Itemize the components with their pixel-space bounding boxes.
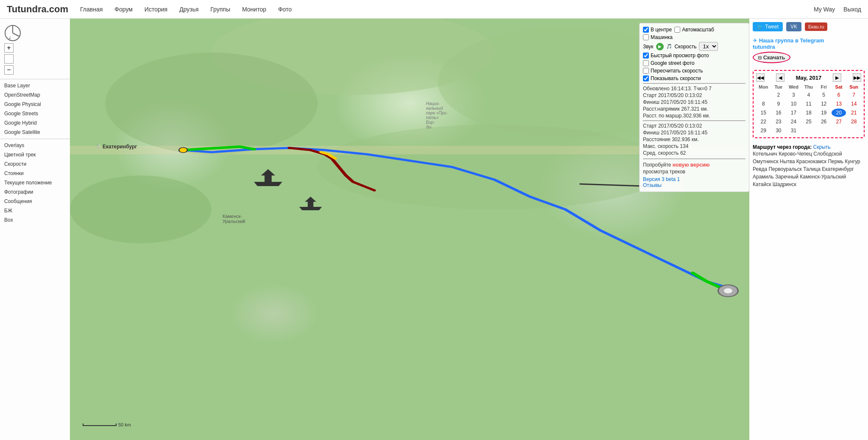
cal-day[interactable]: 27	[832, 117, 846, 126]
cal-day[interactable]: 22	[756, 117, 771, 126]
cal-day[interactable]: 4	[801, 91, 816, 99]
svg-line-14	[579, 184, 643, 186]
sidebar-divider-1	[0, 79, 70, 79]
reviews-link[interactable]: Отзывы	[643, 182, 662, 188]
showspeed-checkbox[interactable]	[643, 75, 649, 81]
route-hide-link[interactable]: Скрыть	[813, 144, 831, 150]
center-checkbox[interactable]	[643, 27, 649, 33]
quickphoto-checkbox[interactable]	[643, 53, 649, 58]
cal-day[interactable]: 11	[801, 100, 816, 108]
machine-checkbox[interactable]	[643, 34, 649, 40]
cal-head-fri: Fri	[816, 84, 831, 90]
nav-friends[interactable]: Друзья	[179, 6, 198, 13]
cal-day[interactable]: 29	[756, 126, 771, 135]
cal-day[interactable]: 30	[771, 126, 786, 135]
sidebar-item-bzh[interactable]: БЖ	[0, 206, 70, 215]
cal-day[interactable]: 13	[832, 100, 846, 108]
vk-button[interactable]: VK	[786, 22, 801, 31]
cal-day[interactable]: 6	[832, 91, 846, 99]
cal-day[interactable]: 28	[846, 117, 861, 126]
quickphoto-label[interactable]: Быстрый просмотр фото	[643, 53, 709, 58]
sidebar-item-stops[interactable]: Стоянки	[0, 169, 70, 178]
nav-myway[interactable]: My Way	[814, 6, 835, 13]
telegram-prefix: ✈ Наша группа в Telegram	[753, 37, 865, 44]
cal-day[interactable]: 23	[771, 117, 786, 126]
sidebar-item-current-pos[interactable]: Текущее положение	[0, 178, 70, 187]
googlestreet-checkbox[interactable]	[643, 60, 649, 66]
new-version-link[interactable]: новую версию	[673, 162, 709, 168]
sidebar-item-google-physical[interactable]: Google Physical	[0, 100, 70, 109]
cal-day[interactable]: 31	[786, 126, 801, 135]
cal-day[interactable]: 21	[846, 109, 861, 117]
ekb-button[interactable]: Екau.ru	[805, 22, 827, 31]
cal-day[interactable]: 20	[832, 109, 846, 117]
nav-glavnaya[interactable]: Главная	[80, 6, 103, 13]
recalc-label[interactable]: Пересчитать скорость	[643, 68, 703, 74]
recalc-checkbox[interactable]	[643, 68, 649, 74]
tweet-button[interactable]: 🐦 Tweet	[753, 22, 783, 31]
label-natpark: Нацио-нальныйпарк «При-пять»Бор-ды	[426, 101, 448, 129]
nav-groups[interactable]: Группы	[211, 6, 231, 13]
map-wrapper[interactable]: 🍴Екатеринбург Каменск-Уральский Нацио-на…	[70, 19, 749, 440]
automascale-checkbox[interactable]	[674, 27, 680, 33]
right-nav: My Way Выход	[814, 6, 861, 13]
sidebar-item-color-track[interactable]: Цветной трек	[0, 150, 70, 159]
cal-day[interactable]: 19	[816, 109, 831, 117]
telegram-link[interactable]: Наша группа в Telegram	[759, 37, 824, 44]
cal-prev-button[interactable]: ◀	[776, 73, 785, 82]
cal-day[interactable]: 16	[771, 109, 786, 117]
sidebar-item-google-satellite[interactable]: Google Satellite	[0, 128, 70, 137]
cal-day[interactable]: 5	[816, 91, 831, 99]
cal-day[interactable]: 2	[771, 91, 786, 99]
cal-next-button[interactable]: ▶	[833, 73, 841, 82]
download-button[interactable]: ⊟ Скачать	[753, 52, 790, 63]
sidebar-item-messages[interactable]: Сообщения	[0, 197, 70, 206]
sidebar-item-base-layer[interactable]: Base Layer	[0, 81, 70, 90]
cal-day[interactable]: 18	[801, 109, 816, 117]
distance-info: Расстояние 302.936 км.	[643, 136, 746, 142]
cal-prev-prev-button[interactable]: ◀◀	[756, 73, 765, 82]
googlestreet-row: Google street фото	[643, 60, 746, 66]
version-link[interactable]: Версия 3 beta 1	[643, 176, 680, 182]
nav-forum[interactable]: Форум	[114, 6, 133, 13]
cal-day	[832, 126, 846, 135]
cal-day[interactable]: 10	[786, 100, 801, 108]
play-button[interactable]: ▶	[656, 43, 664, 50]
nav-photo[interactable]: Фото	[278, 6, 292, 13]
nav-monitor[interactable]: Монитор	[242, 6, 266, 13]
sidebar-item-openstreetmap[interactable]: OpenStreetMap	[0, 90, 70, 100]
sidebar-item-speeds[interactable]: Скорости	[0, 159, 70, 169]
sidebar-item-overlays[interactable]: Overlays	[0, 141, 70, 150]
speed-select[interactable]: 1x2x4x	[699, 42, 718, 51]
sidebar-item-google-hybrid[interactable]: Google Hybrid	[0, 118, 70, 128]
cal-day[interactable]: 15	[756, 109, 771, 117]
svg-point-7	[317, 125, 671, 209]
nav-history[interactable]: История	[145, 6, 167, 13]
zoom-in-button[interactable]: +	[4, 43, 14, 53]
route-title: Маршрут через города:	[753, 144, 812, 150]
showspeed-label[interactable]: Показывать скорости	[643, 75, 701, 81]
cal-day[interactable]: 26	[816, 117, 831, 126]
cal-day[interactable]: 12	[816, 100, 831, 108]
cal-day[interactable]: 17	[786, 109, 801, 117]
zoom-out-button[interactable]: −	[4, 65, 14, 75]
googlestreet-label[interactable]: Google street фото	[643, 60, 695, 66]
new-version-post: просмотра треков	[643, 169, 746, 175]
sidebar-item-photos[interactable]: Фотографии	[0, 187, 70, 197]
cal-day[interactable]: 7	[846, 91, 861, 99]
svg-point-11	[724, 288, 732, 293]
cal-next-next-button[interactable]: ▶▶	[853, 73, 861, 82]
center-label[interactable]: В центре	[643, 27, 672, 33]
cal-day[interactable]: 24	[786, 117, 801, 126]
sidebar-item-google-streets[interactable]: Google Streets	[0, 109, 70, 118]
svg-point-8	[70, 175, 211, 243]
nav-logout[interactable]: Выход	[843, 6, 861, 13]
cal-day[interactable]: 25	[801, 117, 816, 126]
cal-day[interactable]: 8	[756, 100, 771, 108]
automascale-label[interactable]: Автомасштаб	[674, 27, 714, 33]
overlay-panel: В центре Автомасштаб Машинка Звук ▶	[639, 23, 749, 192]
cal-day[interactable]: 3	[786, 91, 801, 99]
cal-day[interactable]: 9	[771, 100, 786, 108]
cal-day[interactable]: 14	[846, 100, 861, 108]
sidebar-item-box[interactable]: Box	[0, 215, 70, 225]
